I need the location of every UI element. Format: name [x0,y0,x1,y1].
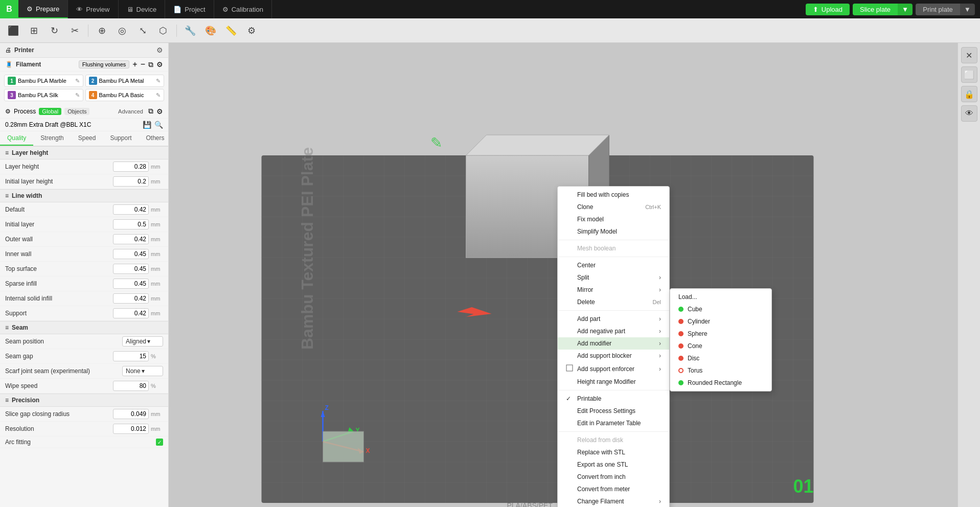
tab-speed[interactable]: Speed [71,131,103,146]
arc-fitting-checkbox[interactable]: ✓ [156,439,163,446]
ctx-printable[interactable]: ✓ Printable [558,393,669,405]
toolbar-measure-icon[interactable]: 📏 [222,21,240,40]
toolbar-select-icon[interactable]: ◎ [113,21,131,40]
layer-height-input[interactable] [113,162,149,172]
initial-layer-height-row: Initial layer height mm [0,174,168,189]
submenu-load[interactable]: Load... [670,291,771,303]
print-plate-dropdown[interactable]: ▼ [960,4,975,15]
wipe-speed-input[interactable] [113,381,149,391]
process-copy-icon[interactable]: ⧉ [148,107,153,116]
filament-item-4[interactable]: 4 Bambu PLA Basic ✎ [85,89,165,101]
tab-device[interactable]: 🖥 Device [119,0,166,18]
submenu-cone[interactable]: Cone [670,340,771,352]
outer-wall-input[interactable] [113,234,149,244]
filament-copy-icon[interactable]: ⧉ [148,60,153,69]
toolbar-cut-icon[interactable]: ✂ [65,21,84,40]
submenu-sphere[interactable]: Sphere [670,328,771,340]
sparse-infill-input[interactable] [113,279,149,289]
right-icon-fullscreen[interactable]: ⬜ [961,66,977,83]
ctx-mirror[interactable]: Mirror › [558,284,669,296]
toolbar-rotate-icon[interactable]: ↻ [45,21,63,40]
initial-layer-lw-input[interactable] [113,219,149,229]
right-icon-view[interactable]: 👁 [961,105,977,122]
ctx-edit-process[interactable]: Edit Process Settings [558,405,669,417]
ctx-convert-meter[interactable]: Convert from meter [558,483,669,495]
slice-gap-input[interactable] [113,409,149,419]
submenu-cylinder[interactable]: Cylinder [670,315,771,328]
ctx-replace-stl[interactable]: Replace with STL [558,446,669,458]
seam-gap-input[interactable] [113,351,149,361]
filament-item-1[interactable]: 1 Bambu PLA Marble ✎ [4,75,83,87]
toolbar-grid-icon[interactable]: ⊞ [25,21,43,40]
tab-preview[interactable]: 👁 Preview [68,0,118,18]
print-plate-button[interactable]: Print plate [916,4,960,15]
profile-search-icon[interactable]: 🔍 [154,121,163,129]
scarf-joint-dropdown[interactable]: None ▾ [122,366,163,376]
internal-solid-input[interactable] [113,293,149,304]
submenu-cube[interactable]: Cube [670,303,771,315]
objects-tag[interactable]: Objects [64,108,89,115]
global-tag[interactable]: Global [39,108,61,115]
ctx-edit-param-table[interactable]: Edit in Parameter Table [558,417,669,429]
tab-project[interactable]: 📄 Project [165,0,214,18]
filament-ext-2[interactable]: ✎ [156,78,161,84]
upload-button[interactable]: ⬆ Upload [806,4,850,15]
slice-plate-button[interactable]: Slice plate [853,4,898,15]
tab-strength[interactable]: Strength [33,131,71,146]
right-icon-lock[interactable]: 🔒 [961,86,977,102]
ctx-add-negative[interactable]: Add negative part › [558,325,669,337]
ctx-clone[interactable]: Clone Ctrl+K [558,201,669,213]
ctx-add-part[interactable]: Add part › [558,313,669,325]
right-icon-close[interactable]: ✕ [961,47,977,63]
toolbar-support-icon[interactable]: 🔧 [181,21,199,40]
ctx-change-filament[interactable]: Change Filament › [558,495,669,507]
submenu-rounded-rect[interactable]: Rounded Rectangle [670,377,771,389]
add-filament-icon[interactable]: + [132,60,137,69]
remove-filament-icon[interactable]: − [141,60,145,69]
support-lw-input[interactable] [113,308,149,318]
submenu-disc[interactable]: Disc [670,352,771,364]
ctx-export-one-stl[interactable]: Export as one STL [558,458,669,471]
toolbar-scale-icon[interactable]: ⤡ [133,21,152,40]
ctx-add-support-blocker[interactable]: Add support blocker › [558,350,669,362]
toolbar-orient-icon[interactable]: ⬡ [154,21,172,40]
tab-support[interactable]: Support [103,131,139,146]
toolbar-color-icon[interactable]: 🎨 [201,21,220,40]
toolbar-scene-icon[interactable]: ⬛ [4,21,22,40]
filament-item-3[interactable]: 3 Bambu PLA Silk ✎ [4,89,83,101]
inner-wall-input[interactable] [113,249,149,259]
printer-settings-icon[interactable]: ⚙ [156,46,163,54]
ctx-fix-model[interactable]: Fix model [558,213,669,225]
seam-position-dropdown[interactable]: Aligned ▾ [122,336,163,347]
advanced-button[interactable]: Advanced [118,108,143,114]
process-settings-icon[interactable]: ⚙ [156,107,163,116]
ctx-add-support-enforcer[interactable]: Add support enforcer › [558,362,669,376]
initial-layer-height-input[interactable] [113,176,149,187]
ctx-center[interactable]: Center [558,259,669,271]
filament-item-2[interactable]: 2 Bambu PLA Metal ✎ [85,75,165,87]
ctx-add-modifier[interactable]: Add modifier › [558,337,669,350]
ctx-convert-inch[interactable]: Convert from inch [558,471,669,483]
tab-quality[interactable]: Quality [0,131,33,146]
resolution-input[interactable] [113,424,149,434]
toolbar-move-icon[interactable]: ⊕ [93,21,111,40]
slice-plate-dropdown[interactable]: ▼ [898,4,913,15]
default-lw-input[interactable] [113,204,149,215]
toolbar-more-icon[interactable]: ⚙ [242,21,261,40]
flushing-volumes-button[interactable]: Flushing volumes [79,60,130,68]
ctx-height-range[interactable]: Height range Modifier [558,376,669,388]
filament-ext-4[interactable]: ✎ [156,92,161,99]
filament-ext-3[interactable]: ✎ [75,92,80,99]
filament-ext-1[interactable]: ✎ [75,78,80,84]
ctx-split[interactable]: Split › [558,271,669,284]
tab-prepare[interactable]: ⚙ Prepare [18,0,68,18]
top-surface-input[interactable] [113,264,149,274]
ctx-fill-bed[interactable]: Fill bed with copies [558,189,669,201]
ctx-simplify[interactable]: Simplify Model [558,225,669,238]
ctx-delete[interactable]: Delete Del [558,296,669,308]
profile-save-icon[interactable]: 💾 [143,121,151,129]
tab-others[interactable]: Others [139,131,169,146]
submenu-torus[interactable]: Torus [670,364,771,377]
tab-calibration[interactable]: ⚙ Calibration [214,0,272,18]
filament-settings-icon[interactable]: ⚙ [156,60,163,68]
